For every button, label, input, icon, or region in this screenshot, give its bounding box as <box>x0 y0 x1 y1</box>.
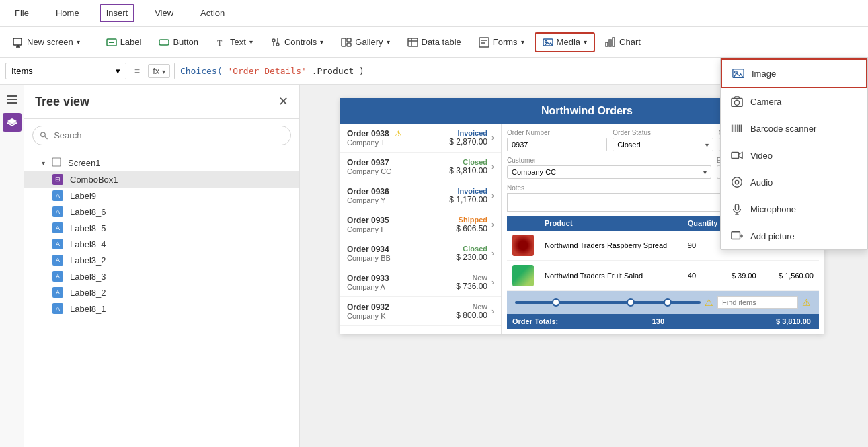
menu-action[interactable]: Action <box>194 4 231 22</box>
data-table-button[interactable]: Data table <box>400 33 469 52</box>
order-item-0935[interactable]: Order 0935 Company I Shipped $ 606.50 › <box>340 210 501 239</box>
label-icon <box>106 37 117 48</box>
order-0934-amount: $ 230.00 <box>456 253 487 262</box>
media-button[interactable]: Media ▾ <box>535 32 595 52</box>
svg-rect-17 <box>479 38 489 47</box>
tree-item-label8-1[interactable]: A Label8_1 <box>24 300 299 317</box>
svg-line-50 <box>45 136 48 139</box>
dropdown-audio[interactable]: Audio <box>721 169 867 196</box>
button-button[interactable]: Button <box>151 33 206 52</box>
tree-item-label8-2[interactable]: A Label8_2 <box>24 284 299 300</box>
label8-6-icon: A <box>52 206 63 217</box>
order-list: Order 0938 ⚠ Company T Invoiced $ 2,870.… <box>340 124 502 334</box>
sidebar-title: Tree view <box>35 95 89 109</box>
order-0938-amount: $ 2,870.00 <box>449 137 487 147</box>
menu-insert[interactable]: Insert <box>100 4 135 22</box>
svg-point-8 <box>276 43 279 46</box>
icon-rail <box>0 85 24 447</box>
svg-rect-12 <box>347 38 351 42</box>
order-0938-info: Order 0938 ⚠ Company T <box>347 129 449 147</box>
sidebar-close-button[interactable]: ✕ <box>278 94 288 109</box>
tree-item-label3-2[interactable]: A Label3_2 <box>24 252 299 268</box>
order-0938-number: Order 0938 <box>347 129 389 138</box>
dropdown-image[interactable]: Image <box>721 58 867 88</box>
rail-layers-icon[interactable] <box>3 113 22 132</box>
slider-thumb-3[interactable] <box>664 298 672 307</box>
order-0934-status: Closed <box>456 245 487 253</box>
dropdown-video[interactable]: Video <box>721 142 867 169</box>
chart-button[interactable]: Chart <box>598 33 648 52</box>
product-1-name: Northwind Traders Raspberry Spread <box>539 231 682 261</box>
fx-button[interactable]: fx ▾ <box>148 64 170 78</box>
tree-item-label8-4[interactable]: A Label8_4 <box>24 236 299 252</box>
tree-item-label8-3[interactable]: A Label8_3 <box>24 268 299 284</box>
new-screen-chevron: ▾ <box>77 38 80 46</box>
menu-view[interactable]: View <box>148 4 180 22</box>
media-icon <box>543 37 553 48</box>
order-item-0934[interactable]: Order 0934 Company BB Closed $ 230.00 › <box>340 239 501 268</box>
text-button[interactable]: T Text ▾ <box>208 33 260 52</box>
label8-4-text: Label8_4 <box>70 239 106 249</box>
rail-menu-icon[interactable] <box>3 90 22 109</box>
label8-1-text: Label8_1 <box>70 304 106 314</box>
forms-icon <box>479 37 489 48</box>
label9-icon: A <box>52 190 63 201</box>
dropdown-microphone[interactable]: Microphone <box>721 196 867 222</box>
order-0937-status: Closed <box>449 158 487 166</box>
label-button[interactable]: Label <box>99 33 149 52</box>
order-0936-chevron: › <box>491 191 494 200</box>
dropdown-add-picture[interactable]: Add picture <box>721 222 867 249</box>
svg-rect-23 <box>609 40 611 46</box>
order-item-0936[interactable]: Order 0936 Company Y Invoiced $ 1,170.00… <box>340 181 501 210</box>
customer-select[interactable]: Company CC ▾ <box>507 165 711 179</box>
label3-2-icon: A <box>52 255 63 266</box>
product-2-total: $ 1,560.00 <box>770 261 819 291</box>
order-0938-status: Invoiced <box>449 129 487 137</box>
order-item-0938[interactable]: Order 0938 ⚠ Company T Invoiced $ 2,870.… <box>340 124 501 153</box>
order-item-0932[interactable]: Order 0932 Company K New $ 800.00 › <box>340 297 501 326</box>
slider-thumb-1[interactable] <box>552 298 560 307</box>
gallery-button[interactable]: Gallery ▾ <box>333 33 397 52</box>
dropdown-barcode[interactable]: Barcode scanner <box>721 115 867 142</box>
order-0938-warning: ⚠ <box>395 129 402 138</box>
order-number-field: Order Number 0937 <box>507 129 607 151</box>
tree-item-label9[interactable]: A Label9 <box>24 188 299 204</box>
dropdown-camera[interactable]: Camera <box>721 88 867 115</box>
tree-expand-screen1[interactable]: ▾ <box>42 159 45 167</box>
product-2-qty: 40 <box>682 261 726 291</box>
order-0933-number: Order 0933 <box>347 274 456 283</box>
totals-qty: 130 <box>624 317 664 325</box>
slider-thumb-2[interactable] <box>627 298 635 307</box>
search-input[interactable] <box>54 130 284 140</box>
controls-button[interactable]: Controls ▾ <box>263 33 331 52</box>
find-items-input[interactable] <box>717 296 798 309</box>
tree-item-screen1[interactable]: ▾ Screen1 <box>24 155 299 171</box>
items-dropdown[interactable]: Items ▾ <box>5 63 126 79</box>
label8-5-text: Label8_5 <box>70 223 106 233</box>
svg-point-36 <box>732 177 742 187</box>
menu-home[interactable]: Home <box>49 4 86 22</box>
combobox-icon: ⊟ <box>52 174 63 185</box>
tree-view: ▾ Screen1 ⊟ ComboBox1 A Label9 <box>24 152 299 447</box>
tree-item-combobox1[interactable]: ⊟ ComboBox1 <box>24 171 299 188</box>
tree-item-label8-6[interactable]: A Label8_6 <box>24 204 299 220</box>
tree-item-label8-5[interactable]: A Label8_5 <box>24 220 299 236</box>
controls-icon <box>270 37 281 48</box>
new-screen-button[interactable]: New screen ▾ <box>5 33 87 52</box>
order-item-0937[interactable]: Order 0937 Company CC Closed $ 3,810.00 … <box>340 153 501 181</box>
order-0933-amount: $ 736.00 <box>456 282 487 291</box>
label8-2-text: Label8_2 <box>70 288 106 298</box>
menu-file[interactable]: File <box>8 4 36 22</box>
slider-warning-icon-2: ⚠ <box>802 297 811 308</box>
order-status-select[interactable]: Closed ▾ <box>613 138 713 151</box>
slider-track[interactable] <box>515 301 701 304</box>
svg-text:T: T <box>217 38 223 48</box>
gallery-icon <box>341 37 352 48</box>
text-icon: T <box>216 37 227 48</box>
media-dropdown: Image Camera <box>720 58 868 250</box>
forms-button[interactable]: Forms ▾ <box>471 33 532 52</box>
order-number-input[interactable]: 0937 <box>507 138 607 151</box>
svg-rect-44 <box>7 95 17 97</box>
order-item-0933[interactable]: Order 0933 Company A New $ 736.00 › <box>340 268 501 297</box>
camera-label: Camera <box>750 97 781 107</box>
